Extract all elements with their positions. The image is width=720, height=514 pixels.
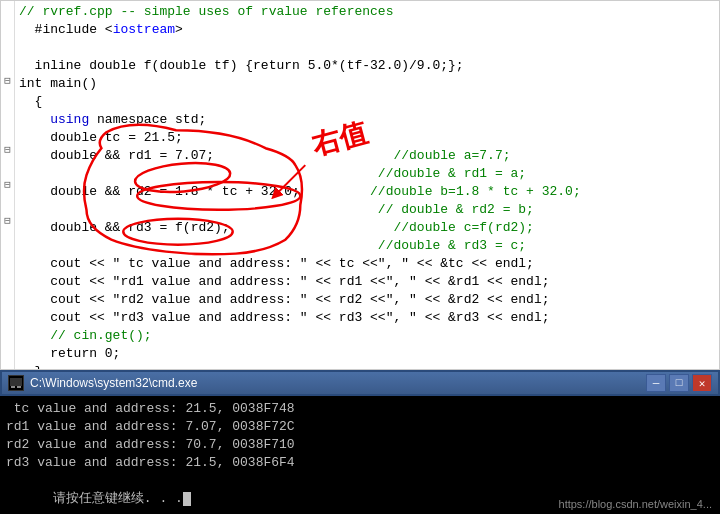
svg-rect-6 — [11, 386, 15, 388]
code-line-13: cout << "rd1 value and address: " << rd1… — [19, 273, 715, 291]
code-editor: ⊟ ⊟ ⊟ ⊟ // rvref.cpp -- simple uses of r… — [0, 0, 720, 370]
collapse-11[interactable]: ⊟ — [4, 176, 11, 194]
code-line-5: int main() — [19, 75, 715, 93]
code-line-18: } — [19, 363, 715, 369]
terminal-window: C:\Windows\system32\cmd.exe — □ ✕ tc val… — [0, 370, 720, 514]
code-line-9b: //double & rd1 = a; — [19, 165, 715, 183]
terminal-line-5: 请按任意键继续. . . — [6, 472, 714, 490]
terminal-body: tc value and address: 21.5, 0038F748 rd1… — [0, 396, 720, 514]
code-line-3 — [19, 39, 715, 57]
terminal-line-3: rd2 value and address: 70.7, 0038F710 — [6, 436, 714, 454]
code-line-14: cout << "rd2 value and address: " << rd2… — [19, 291, 715, 309]
collapse-5[interactable]: ⊟ — [4, 72, 11, 90]
terminal-app-icon — [8, 375, 24, 391]
code-line-11: double && rd3 = f(rd2); //double c=f(rd2… — [19, 219, 715, 237]
svg-rect-7 — [17, 386, 21, 388]
code-line-7: using namespace std; — [19, 111, 715, 129]
code-line-12: cout << " tc value and address: " << tc … — [19, 255, 715, 273]
minimize-button[interactable]: — — [646, 374, 666, 392]
code-line-2: #include <iostream> — [19, 21, 715, 39]
collapse-13[interactable]: ⊟ — [4, 212, 11, 230]
code-line-11b: //double & rd3 = c; — [19, 237, 715, 255]
terminal-title-text: C:\Windows\system32\cmd.exe — [30, 376, 197, 390]
terminal-line-2: rd1 value and address: 7.07, 0038F72C — [6, 418, 714, 436]
close-button[interactable]: ✕ — [692, 374, 712, 392]
svg-rect-5 — [10, 378, 22, 386]
code-line-8: double tc = 21.5; — [19, 129, 715, 147]
terminal-titlebar: C:\Windows\system32\cmd.exe — □ ✕ — [0, 370, 720, 396]
code-line-1: // rvref.cpp -- simple uses of rvalue re… — [19, 3, 715, 21]
code-line-17: return 0; — [19, 345, 715, 363]
code-line-15: cout << "rd3 value and address: " << rd3… — [19, 309, 715, 327]
maximize-button[interactable]: □ — [669, 374, 689, 392]
code-line-9: double && rd1 = 7.07; //double a=7.7; — [19, 147, 715, 165]
code-line-10b: // double & rd2 = b; — [19, 201, 715, 219]
code-line-4: inline double f(double tf) {return 5.0*(… — [19, 57, 715, 75]
terminal-line-1: tc value and address: 21.5, 0038F748 — [6, 400, 714, 418]
terminal-title-left: C:\Windows\system32\cmd.exe — [8, 375, 197, 391]
code-lines: // rvref.cpp -- simple uses of rvalue re… — [15, 1, 719, 369]
watermark: https://blog.csdn.net/weixin_4... — [559, 498, 712, 510]
collapse-9[interactable]: ⊟ — [4, 141, 11, 159]
collapse-icons: ⊟ ⊟ ⊟ ⊟ — [1, 1, 15, 369]
cursor — [183, 492, 191, 506]
code-line-16: // cin.get(); — [19, 327, 715, 345]
code-line-10: double && rd2 = 1.8 * tc + 32.0; //doubl… — [19, 183, 715, 201]
code-line-6: { — [19, 93, 715, 111]
terminal-controls: — □ ✕ — [646, 374, 712, 392]
terminal-line-4: rd3 value and address: 21.5, 0038F6F4 — [6, 454, 714, 472]
